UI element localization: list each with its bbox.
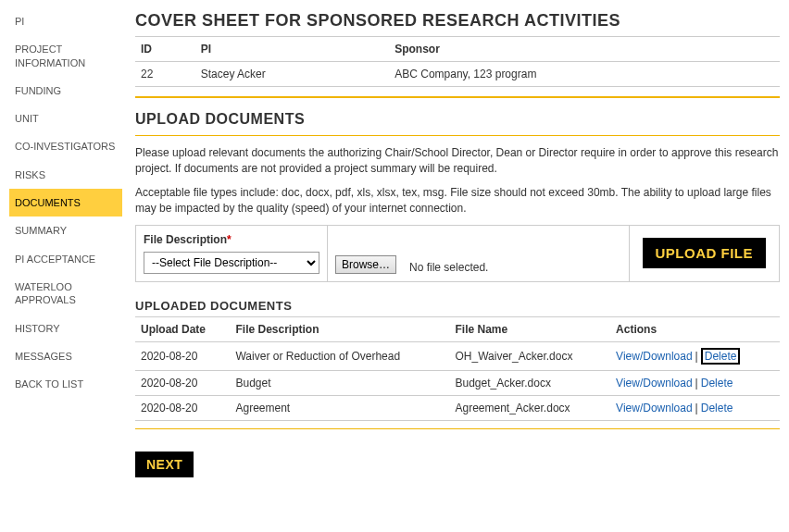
- view-download-link[interactable]: View/Download: [616, 377, 693, 390]
- sidebar-item-history[interactable]: HISTORY: [9, 315, 122, 342]
- table-row: 2020-08-20AgreementAgreement_Acker.docxV…: [135, 395, 780, 420]
- table-row: 2020-08-20BudgetBudget_Acker.docxView/Do…: [135, 370, 780, 395]
- upload-instructions-2: Acceptable file types include: doc, docx…: [135, 185, 780, 217]
- sidebar-item-waterloo-approvals[interactable]: WATERLOO APPROVALS: [9, 273, 122, 315]
- delete-link[interactable]: Delete: [701, 402, 733, 414]
- file-description-label: File Description*: [144, 233, 319, 246]
- sidebar-item-co-investigators[interactable]: CO-INVESTIGATORS: [9, 132, 122, 160]
- sidebar-item-summary[interactable]: SUMMARY: [9, 217, 122, 244]
- cell-actions: View/Download|Delete: [610, 341, 780, 370]
- cell-upload-date: 2020-08-20: [135, 341, 230, 370]
- sidebar-item-pi-acceptance[interactable]: PI ACCEPTANCE: [9, 245, 122, 273]
- main-content: COVER SHEET FOR SPONSORED RESEARCH ACTIV…: [130, 7, 780, 477]
- col-upload-date: Upload Date: [135, 316, 230, 341]
- cell-file-name: OH_Waiver_Acker.docx: [449, 341, 610, 370]
- sidebar: PIPROJECT INFORMATIONFUNDINGUNITCO-INVES…: [9, 7, 130, 477]
- cover-info-table: ID PI Sponsor 22 Stacey Acker ABC Compan…: [135, 36, 780, 87]
- divider: [135, 96, 780, 98]
- divider: [135, 135, 780, 136]
- col-pi: PI: [195, 37, 389, 62]
- view-download-link[interactable]: View/Download: [616, 402, 693, 414]
- val-sponsor: ABC Company, 123 program: [389, 62, 780, 87]
- upload-button-box: UPLOAD FILE: [630, 225, 781, 282]
- action-separator: |: [693, 350, 701, 363]
- sidebar-item-unit[interactable]: UNIT: [9, 105, 122, 132]
- col-id: ID: [135, 37, 195, 62]
- upload-file-button[interactable]: UPLOAD FILE: [643, 238, 767, 268]
- delete-link[interactable]: Delete: [701, 377, 733, 390]
- next-button[interactable]: NEXT: [135, 452, 194, 477]
- sidebar-item-messages[interactable]: MESSAGES: [9, 342, 122, 370]
- browse-button[interactable]: Browse…: [335, 255, 396, 274]
- cell-upload-date: 2020-08-20: [135, 395, 230, 420]
- table-row: 2020-08-20Waiver or Reduction of Overhea…: [135, 341, 780, 370]
- upload-instructions-1: Please upload relevant documents the aut…: [135, 145, 780, 178]
- divider: [135, 428, 780, 429]
- col-file-name: File Name: [449, 316, 610, 341]
- cell-actions: View/Download|Delete: [610, 370, 780, 395]
- file-status-text: No file selected.: [409, 261, 488, 274]
- action-separator: |: [693, 402, 701, 414]
- val-pi: Stacey Acker: [195, 62, 389, 87]
- cell-file-description: Agreement: [230, 395, 449, 420]
- view-download-link[interactable]: View/Download: [616, 350, 693, 363]
- col-actions: Actions: [610, 316, 780, 341]
- cell-upload-date: 2020-08-20: [135, 370, 230, 395]
- sidebar-item-funding[interactable]: FUNDING: [9, 77, 122, 105]
- action-separator: |: [693, 377, 701, 390]
- cell-file-name: Agreement_Acker.docx: [449, 395, 610, 420]
- delete-highlight-box: Delete: [701, 348, 741, 365]
- col-file-description: File Description: [230, 316, 449, 341]
- cell-file-description: Budget: [230, 370, 449, 395]
- upload-area: File Description* --Select File Descript…: [135, 225, 780, 282]
- cell-actions: View/Download|Delete: [610, 395, 780, 420]
- col-sponsor: Sponsor: [389, 37, 780, 62]
- file-description-box: File Description* --Select File Descript…: [135, 225, 328, 282]
- page-title: COVER SHEET FOR SPONSORED RESEARCH ACTIV…: [135, 11, 780, 31]
- sidebar-item-project-information[interactable]: PROJECT INFORMATION: [9, 35, 122, 77]
- cover-info-row: 22 Stacey Acker ABC Company, 123 program: [135, 62, 780, 87]
- upload-section-title: UPLOAD DOCUMENTS: [135, 111, 780, 128]
- file-description-select[interactable]: --Select File Description--: [144, 252, 319, 274]
- sidebar-item-documents[interactable]: DOCUMENTS: [9, 189, 122, 217]
- val-id: 22: [135, 62, 195, 87]
- sidebar-item-back-to-list[interactable]: BACK TO LIST: [9, 370, 122, 398]
- uploaded-documents-table: Upload Date File Description File Name A…: [135, 316, 780, 421]
- sidebar-item-pi[interactable]: PI: [9, 7, 122, 35]
- cell-file-name: Budget_Acker.docx: [449, 370, 610, 395]
- uploaded-section-title: UPLOADED DOCUMENTS: [135, 299, 780, 313]
- sidebar-item-risks[interactable]: RISKS: [9, 161, 122, 189]
- cell-file-description: Waiver or Reduction of Overhead: [230, 341, 449, 370]
- delete-link[interactable]: Delete: [705, 350, 737, 363]
- file-picker-box: Browse… No file selected.: [328, 225, 630, 282]
